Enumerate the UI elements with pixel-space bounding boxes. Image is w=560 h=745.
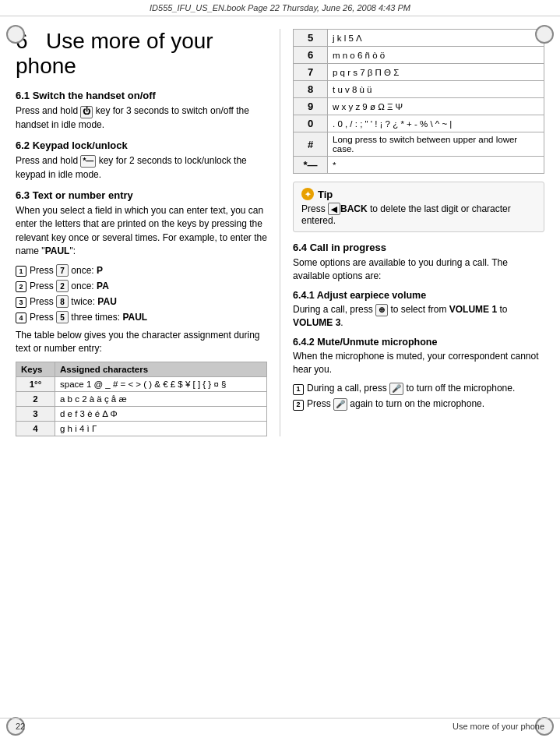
key-8: 8 (56, 295, 69, 308)
section-6-3-heading: 6.3 Text or number entry (16, 189, 267, 201)
col-keys: Keys (16, 362, 55, 377)
chars-cell: a b c 2 à ä ç å æ (55, 392, 267, 407)
table-row: # Long press to switch between upper and… (294, 132, 544, 157)
section-6-3-body: When you select a field in which you can… (16, 204, 267, 259)
section-6-1-heading: 6.1 Switch the handset on/off (16, 90, 267, 101)
section-6-4-body: Some options are available to you during… (293, 256, 544, 284)
key-2: 2 (56, 280, 69, 292)
key-cell: 0 (294, 115, 328, 132)
key-7: 7 (56, 264, 69, 277)
step-3-text: Press 8 twice: PAU (30, 295, 117, 309)
chars-cell: t u v 8 ù ü (328, 81, 544, 98)
list-item: 2 Press 2 once: PA (16, 279, 267, 293)
left-char-table: Keys Assigned characters 1°° space 1 @ _… (16, 362, 267, 436)
right-column: 5 j k l 5 Λ 6 m n o 6 ñ ò ö 7 p q r s 7 … (280, 29, 544, 436)
table-row: 4 g h i 4 ì Γ (16, 422, 267, 436)
col-assigned: Assigned characters (55, 362, 267, 377)
chars-cell: d e f 3 è é Δ Φ (55, 407, 267, 422)
key-cell: 1°° (16, 377, 55, 392)
mute-key: 🎤 (389, 383, 403, 395)
page-content: 6 Use more of your phone 6.1 Switch the … (0, 19, 560, 452)
tip-title: ✦ Tip (301, 188, 536, 200)
mute-steps-list: 1 During a call, press 🎤 to turn off the… (293, 381, 544, 411)
unmute-key: 🎤 (333, 398, 347, 411)
chars-cell: Long press to switch between upper and l… (328, 132, 544, 157)
table-row: 0 . 0 , / : ; " ' ! ¡ ? ¿ * + - % \ ^ ~ … (294, 115, 544, 132)
key-cell: 5 (294, 30, 328, 47)
page-number: 22 (16, 722, 25, 731)
chars-cell: w x y z 9 ø Ω Ξ Ψ (328, 98, 544, 115)
table-row: 2 a b c 2 à ä ç å æ (16, 392, 267, 407)
table-row: 3 d e f 3 è é Δ Φ (16, 407, 267, 422)
back-key: ◀ (328, 203, 340, 215)
section-6-4-1-body: During a call, press ⊕ to select from VO… (293, 303, 544, 330)
end-key-badge: ⏻ (80, 106, 93, 118)
list-item: 1 During a call, press 🎤 to turn off the… (293, 381, 544, 395)
section-6-2-body: Press and hold *— key for 2 seconds to l… (16, 154, 267, 182)
page-header: ID555_IFU_US_EN.book Page 22 Thursday, J… (0, 0, 560, 16)
nav-key: ⊕ (375, 304, 388, 316)
tip-icon: ✦ (301, 188, 314, 200)
table-row: 6 m n o 6 ñ ò ö (294, 47, 544, 64)
section-6-4-heading: 6.4 Call in progress (293, 242, 544, 253)
page-footer: 22 Use more of your phone (0, 718, 560, 734)
step-1-text: Press 7 once: P (30, 263, 103, 277)
footer-text: Use more of your phone (453, 722, 544, 731)
chars-cell: p q r s 7 β Π Θ Σ (328, 64, 544, 81)
step-4-text: Press 5 three times: PAUL (30, 310, 147, 324)
tip-body: Press ◀BACK to delete the last digit or … (301, 203, 536, 226)
key-cell: 7 (294, 64, 328, 81)
key-cell: # (294, 132, 328, 157)
star-key-badge: *— (80, 155, 96, 168)
table-row: 5 j k l 5 Λ (294, 30, 544, 47)
step-4-badge: 4 (16, 312, 26, 323)
list-item: 1 Press 7 once: P (16, 263, 267, 277)
table-row: 7 p q r s 7 β Π Θ Σ (294, 64, 544, 81)
table-intro: The table below gives you the character … (16, 329, 267, 356)
step-2-text: Press 2 once: PA (30, 279, 109, 293)
table-row: 9 w x y z 9 ø Ω Ξ Ψ (294, 98, 544, 115)
right-char-table: 5 j k l 5 Λ 6 m n o 6 ñ ò ö 7 p q r s 7 … (293, 29, 544, 174)
step-2-badge: 2 (16, 281, 26, 292)
corner-marker-tl (5, 23, 26, 45)
table-row: 8 t u v 8 ù ü (294, 81, 544, 98)
table-row: *— * (294, 157, 544, 174)
section-6-2-heading: 6.2 Keypad lock/unlock (16, 139, 267, 151)
mute-step-1-badge: 1 (293, 384, 304, 395)
mute-step-1-text: During a call, press 🎤 to turn off the m… (307, 381, 515, 395)
chars-cell: m n o 6 ñ ò ö (328, 47, 544, 64)
tip-box: ✦ Tip Press ◀BACK to delete the last dig… (293, 182, 544, 232)
section-6-1-body: Press and hold ⏻ key for 3 seconds to sw… (16, 104, 267, 132)
key-cell: *— (294, 157, 328, 174)
key-cell: 6 (294, 47, 328, 64)
key-cell: 3 (16, 407, 55, 422)
key-cell: 2 (16, 392, 55, 407)
list-item: 2 Press 🎤 again to turn on the microphon… (293, 397, 544, 411)
chars-cell: . 0 , / : ; " ' ! ¡ ? ¿ * + - % \ ^ ~ | (328, 115, 544, 132)
key-cell: 4 (16, 422, 55, 436)
mute-step-2-badge: 2 (293, 400, 304, 411)
paul-steps-list: 1 Press 7 once: P 2 Press 2 once: PA 3 P… (16, 263, 267, 324)
chapter-heading: 6 Use more of your phone (16, 29, 267, 79)
key-cell: 9 (294, 98, 328, 115)
chars-cell: space 1 @ _ # = < > ( ) & € £ $ ¥ [ ] { … (55, 377, 267, 392)
mute-step-2-text: Press 🎤 again to turn on the microphone. (307, 397, 484, 411)
corner-marker-tr (534, 23, 555, 45)
chars-cell: * (328, 157, 544, 174)
list-item: 4 Press 5 three times: PAUL (16, 310, 267, 324)
step-3-badge: 3 (16, 297, 26, 308)
section-6-4-2-body: When the microphone is muted, your corre… (293, 350, 544, 377)
chars-cell: j k l 5 Λ (328, 30, 544, 47)
left-column: 6 Use more of your phone 6.1 Switch the … (16, 29, 280, 436)
step-1-badge: 1 (16, 266, 26, 277)
section-6-4-2-heading: 6.4.2 Mute/Unmute microphone (293, 337, 544, 348)
list-item: 3 Press 8 twice: PAU (16, 295, 267, 309)
key-cell: 8 (294, 81, 328, 98)
section-6-4-1-heading: 6.4.1 Adjust earpiece volume (293, 290, 544, 301)
chars-cell: g h i 4 ì Γ (55, 422, 267, 436)
key-5: 5 (56, 311, 69, 323)
table-row: 1°° space 1 @ _ # = < > ( ) & € £ $ ¥ [ … (16, 377, 267, 392)
